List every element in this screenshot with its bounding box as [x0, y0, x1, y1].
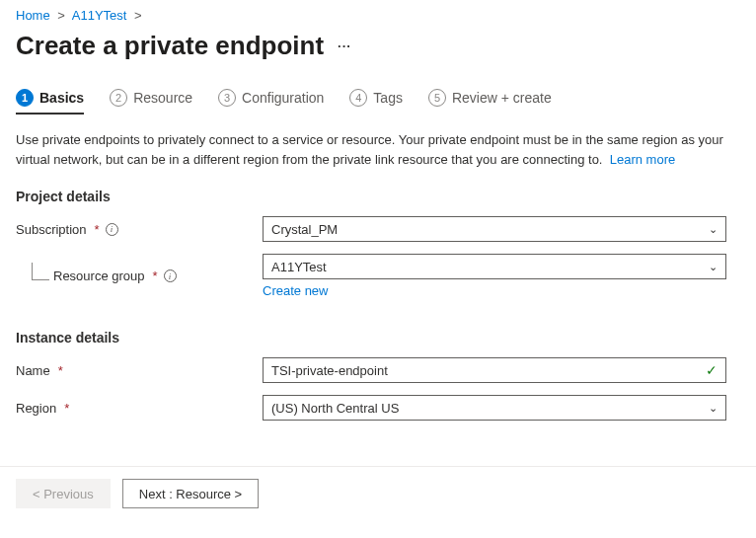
label-resource-group: Resource group* i — [16, 269, 263, 283]
section-project-details: Project details — [0, 179, 756, 210]
info-icon[interactable]: i — [106, 223, 118, 236]
label-text: Resource group — [53, 269, 145, 283]
tab-step-icon: 5 — [428, 89, 446, 107]
wizard-footer: < Previous Next : Resource > — [0, 466, 756, 520]
info-icon[interactable]: i — [164, 269, 177, 282]
row-subscription: Subscription* i Crystal_PM ⌄ — [0, 210, 756, 248]
tab-label: Review + create — [452, 90, 552, 106]
required-star: * — [58, 363, 63, 378]
more-icon[interactable]: ··· — [338, 38, 351, 53]
title-row: Create a private endpoint ··· — [0, 27, 756, 81]
row-name: Name* TSI-private-endpoint ✓ — [0, 351, 756, 389]
tab-review-create[interactable]: 5 Review + create — [428, 89, 552, 107]
description-text: Use private endpoints to privately conne… — [0, 107, 756, 179]
region-select[interactable]: (US) North Central US ⌄ — [263, 395, 726, 421]
tab-resource[interactable]: 2 Resource — [110, 89, 192, 107]
chevron-down-icon: ⌄ — [709, 402, 718, 415]
tab-label: Basics — [39, 90, 84, 106]
label-text: Subscription — [16, 222, 87, 237]
check-icon: ✓ — [706, 362, 718, 378]
tab-basics[interactable]: 1 Basics — [16, 89, 84, 107]
wizard-tabs: 1 Basics 2 Resource 3 Configuration 4 Ta… — [0, 81, 756, 107]
label-name: Name* — [16, 363, 263, 378]
next-button[interactable]: Next : Resource > — [122, 479, 259, 508]
label-text: Name — [16, 363, 50, 378]
resource-group-select[interactable]: A11YTest ⌄ — [263, 254, 726, 279]
breadcrumb: Home > A11YTest > — [0, 0, 756, 27]
label-subscription: Subscription* i — [16, 222, 263, 237]
breadcrumb-sep: > — [57, 8, 65, 23]
subscription-select[interactable]: Crystal_PM ⌄ — [263, 216, 726, 242]
tab-step-icon: 4 — [349, 89, 367, 107]
tree-branch-icon — [32, 263, 49, 280]
learn-more-link[interactable]: Learn more — [610, 152, 675, 167]
tab-step-icon: 2 — [110, 89, 127, 107]
row-resource-group: Resource group* i A11YTest ⌄ Create new — [0, 248, 756, 304]
page-title: Create a private endpoint — [16, 31, 324, 61]
select-value: (US) North Central US — [271, 401, 399, 416]
previous-button: < Previous — [16, 479, 111, 508]
required-star: * — [64, 401, 69, 416]
tab-step-icon: 3 — [218, 89, 236, 107]
tab-step-icon: 1 — [16, 89, 34, 107]
input-value: TSI-private-endpoint — [271, 363, 388, 378]
tab-tags[interactable]: 4 Tags — [349, 89, 403, 107]
row-region: Region* (US) North Central US ⌄ — [0, 389, 756, 426]
tab-label: Tags — [373, 90, 403, 106]
required-star: * — [153, 269, 158, 283]
tab-configuration[interactable]: 3 Configuration — [218, 89, 324, 107]
breadcrumb-item[interactable]: A11YTest — [72, 8, 127, 23]
label-region: Region* — [16, 401, 263, 416]
chevron-down-icon: ⌄ — [709, 261, 718, 273]
chevron-down-icon: ⌄ — [709, 223, 718, 236]
create-new-link[interactable]: Create new — [263, 283, 328, 298]
section-instance-details: Instance details — [0, 320, 756, 351]
name-input[interactable]: TSI-private-endpoint ✓ — [263, 357, 726, 383]
breadcrumb-sep: > — [134, 8, 142, 23]
tab-label: Configuration — [242, 90, 324, 106]
select-value: A11YTest — [271, 260, 327, 274]
required-star: * — [95, 222, 100, 237]
label-text: Region — [16, 401, 56, 416]
tab-label: Resource — [133, 90, 192, 106]
select-value: Crystal_PM — [271, 222, 338, 237]
breadcrumb-home[interactable]: Home — [16, 8, 50, 23]
